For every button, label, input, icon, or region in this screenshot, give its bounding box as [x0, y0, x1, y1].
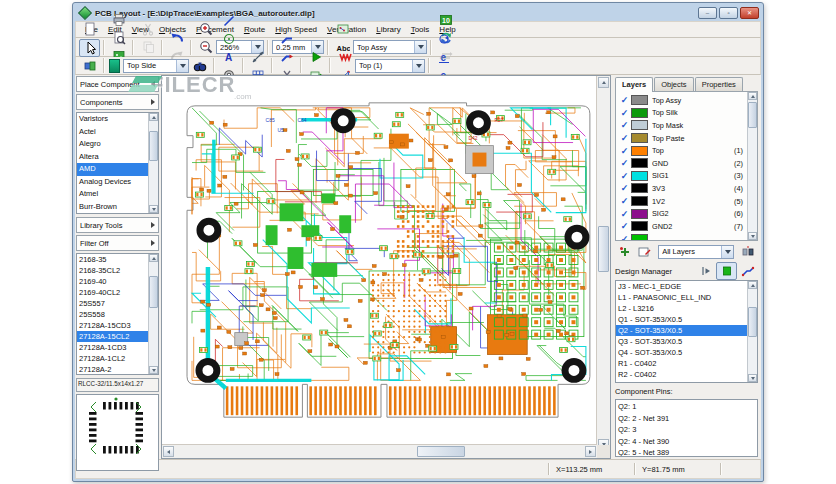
- scrollbar-vertical[interactable]: [747, 281, 757, 382]
- undo-button[interactable]: [166, 29, 187, 47]
- scroll-up-icon[interactable]: [748, 281, 757, 289]
- scroll-left-icon[interactable]: [163, 446, 174, 457]
- layer-row[interactable]: ✓GND(2): [618, 157, 757, 170]
- design-manager-component[interactable]: R2 - C0402: [616, 369, 757, 380]
- board-points-button[interactable]: [332, 20, 353, 38]
- part-item[interactable]: 2168-35CL2: [77, 265, 158, 276]
- manufacturer-item[interactable]: Atmel: [77, 188, 158, 201]
- layer-visible-checkbox[interactable]: ✓: [618, 171, 631, 181]
- layer-color-swatch[interactable]: [631, 120, 648, 130]
- filter-dropdown[interactable]: Filter Off: [76, 235, 159, 251]
- layer-row[interactable]: ✓Top(1): [618, 144, 757, 157]
- part-item[interactable]: 25S558: [77, 309, 158, 320]
- design-manager-component[interactable]: Q4 - SOT-353/X0.5: [616, 347, 757, 358]
- net-classes-button[interactable]: 10: [435, 11, 456, 29]
- layer-color-swatch[interactable]: [631, 146, 648, 156]
- layer-visible-checkbox[interactable]: ✓: [618, 234, 631, 241]
- tab-properties[interactable]: Properties: [695, 77, 743, 92]
- scrollbar-thumb[interactable]: [598, 226, 609, 272]
- component-pin-item[interactable]: Q2: 1: [616, 401, 757, 413]
- layers-filter-select[interactable]: All Layers: [658, 245, 734, 259]
- zoom-out-button[interactable]: [195, 38, 216, 56]
- place-text-a-button[interactable]: A: [218, 48, 239, 66]
- new-file-button[interactable]: [79, 20, 100, 38]
- dm-nets-button[interactable]: [737, 262, 758, 280]
- component-pin-item[interactable]: Q2: 2 - Net 391: [616, 413, 757, 425]
- layer-color-swatch[interactable]: [631, 196, 648, 206]
- print-preview-button[interactable]: [108, 29, 129, 47]
- drc-button[interactable]: [334, 48, 355, 66]
- scrollbar-vertical[interactable]: [747, 92, 757, 240]
- design-manager-component[interactable]: L1 - PANASONIC_ELL_IND: [616, 292, 757, 303]
- copy-button[interactable]: [137, 38, 158, 56]
- layer-visible-checkbox[interactable]: ✓: [618, 209, 631, 219]
- part-item[interactable]: 27128A-15CL2: [77, 331, 158, 342]
- menu-route[interactable]: Route: [239, 24, 270, 35]
- part-item[interactable]: 2169-40CL2: [77, 287, 158, 298]
- scrollbar-thumb[interactable]: [748, 307, 757, 337]
- minimize-button[interactable]: –: [698, 7, 717, 19]
- scroll-down-icon[interactable]: [149, 205, 158, 213]
- layer-row[interactable]: ✓GND2(7): [618, 220, 757, 233]
- layer-color-swatch[interactable]: [631, 133, 648, 143]
- route-smart-button[interactable]: [276, 48, 297, 66]
- library-tools-dropdown[interactable]: Library Tools: [76, 217, 159, 233]
- scroll-up-icon[interactable]: [598, 77, 609, 88]
- select-tool-button[interactable]: [79, 39, 100, 57]
- scrollbar-vertical[interactable]: [148, 113, 158, 213]
- dm-components-toggle[interactable]: [716, 262, 737, 280]
- print-button[interactable]: [108, 11, 129, 29]
- component-pin-item[interactable]: Q2: 4 - Net 390: [616, 436, 757, 448]
- layer-color-swatch[interactable]: [631, 108, 648, 118]
- manufacturer-item[interactable]: Altera: [77, 151, 158, 164]
- part-item[interactable]: 2168-35: [77, 254, 158, 265]
- manufacturer-item[interactable]: Alegro: [77, 138, 158, 151]
- layer-color-swatch[interactable]: [631, 171, 648, 181]
- manufacturer-item[interactable]: Varistors: [77, 113, 158, 126]
- add-layer-button[interactable]: [615, 243, 635, 261]
- exchange-button[interactable]: [435, 47, 456, 65]
- component-mode-button[interactable]: [79, 57, 100, 75]
- layer-visible-checkbox[interactable]: ✓: [618, 133, 631, 143]
- layer-color-swatch[interactable]: [631, 95, 648, 105]
- scroll-down-icon[interactable]: [748, 374, 757, 382]
- cut-button[interactable]: [137, 20, 158, 38]
- menu-tools[interactable]: Tools: [406, 24, 435, 35]
- scroll-right-icon[interactable]: [585, 446, 596, 457]
- layer-visible-checkbox[interactable]: ✓: [618, 108, 631, 118]
- layer-visible-checkbox[interactable]: ✓: [618, 158, 631, 168]
- menu-library[interactable]: Library: [371, 24, 405, 35]
- canvas-horizontal-scrollbar[interactable]: [162, 444, 597, 458]
- layer-visible-checkbox[interactable]: ✓: [618, 120, 631, 130]
- draw-arc-button[interactable]: [218, 30, 239, 48]
- layer-color-swatch[interactable]: [631, 183, 648, 193]
- design-manager-component[interactable]: Q1 - SOT-353/X0.5: [616, 314, 757, 325]
- manufacturer-item[interactable]: Analog Devices: [77, 176, 158, 189]
- layer-visible-checkbox[interactable]: ✓: [618, 95, 631, 105]
- layer-visible-checkbox[interactable]: ✓: [618, 146, 631, 156]
- design-manager-component[interactable]: Q2 - SOT-353/X0.5: [616, 325, 757, 336]
- layer-row[interactable]: ✓SIG1(3): [618, 170, 757, 183]
- run-autorouter-button[interactable]: [305, 48, 326, 66]
- design-manager-component[interactable]: L2 - L3216: [616, 303, 757, 314]
- scrollbar-vertical[interactable]: [148, 254, 158, 374]
- part-item[interactable]: 27128A-1CL2: [77, 353, 158, 364]
- layer-setup-button[interactable]: [635, 243, 655, 261]
- scroll-up-icon[interactable]: [149, 254, 158, 262]
- route-trace-button[interactable]: [276, 30, 297, 48]
- find-button[interactable]: [189, 57, 210, 75]
- dimension-button[interactable]: [247, 48, 268, 66]
- layer-color-swatch[interactable]: [631, 209, 648, 219]
- layer-row[interactable]: ✓Top Mask: [618, 119, 757, 132]
- route-layer-select[interactable]: Top (1): [355, 59, 425, 73]
- layer-row[interactable]: ✓: [618, 233, 757, 241]
- dm-collapse-button[interactable]: [695, 262, 716, 280]
- layer-color-swatch[interactable]: [631, 158, 648, 168]
- part-item[interactable]: 25S557: [77, 298, 158, 309]
- layer-row[interactable]: ✓3V3(4): [618, 182, 757, 195]
- components-dropdown[interactable]: Components: [76, 94, 159, 110]
- manufacturer-item[interactable]: Burr-Brown: [77, 201, 158, 214]
- scroll-down-icon[interactable]: [149, 366, 158, 374]
- pcb-canvas[interactable]: C85C84U5R27D42: [162, 76, 597, 451]
- layer-color-swatch[interactable]: [631, 221, 648, 231]
